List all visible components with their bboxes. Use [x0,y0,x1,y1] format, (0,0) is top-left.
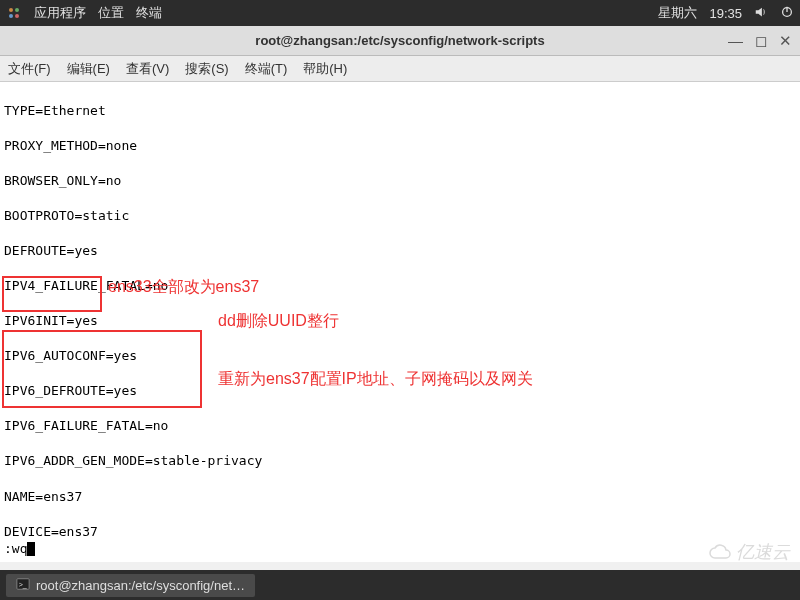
volume-icon[interactable] [754,5,768,22]
cursor-icon [27,542,35,556]
window-titlebar: root@zhangsan:/etc/sysconfig/network-scr… [0,26,800,56]
desktop-taskbar: >_ root@zhangsan:/etc/sysconfig/net… [0,570,800,600]
menu-edit[interactable]: 编辑(E) [67,60,110,78]
config-line: IPV6_ADDR_GEN_MODE=stable-privacy [4,452,796,470]
topbar-day: 星期六 [658,4,697,22]
config-line: TYPE=Ethernet [4,102,796,120]
vi-command-text: :wq [4,541,27,556]
config-line: IPV6_AUTOCONF=yes [4,347,796,365]
menu-terminal[interactable]: 终端(T) [245,60,288,78]
svg-point-3 [15,14,19,18]
window-close-button[interactable]: ✕ [779,33,792,48]
config-line: DEVICE=ens37 [4,523,796,541]
config-line: IPV6_FAILURE_FATAL=no [4,417,796,435]
terminal-viewport[interactable]: TYPE=Ethernet PROXY_METHOD=none BROWSER_… [0,82,800,562]
menu-file[interactable]: 文件(F) [8,60,51,78]
desktop-topbar: 应用程序 位置 终端 星期六 19:35 [0,0,800,26]
annotation-text-rename: ens33全部改为ens37 [108,276,259,298]
power-icon[interactable] [780,5,794,22]
window-maximize-button[interactable]: ◻ [755,33,767,48]
menu-search[interactable]: 搜索(S) [185,60,228,78]
svg-text:>_: >_ [19,580,27,588]
watermark: 亿速云 [708,540,790,564]
config-line: DEFROUTE=yes [4,242,796,260]
cloud-icon [708,544,732,560]
topbar-apps[interactable]: 应用程序 [34,4,86,22]
config-line: BOOTPROTO=static [4,207,796,225]
config-line: BROWSER_ONLY=no [4,172,796,190]
window-minimize-button[interactable]: — [728,33,743,48]
menu-help[interactable]: 帮助(H) [303,60,347,78]
topbar-time: 19:35 [709,6,742,21]
menu-view[interactable]: 查看(V) [126,60,169,78]
activities-icon[interactable] [6,5,22,21]
terminal-icon: >_ [16,577,30,594]
taskbar-item-label: root@zhangsan:/etc/sysconfig/net… [36,578,245,593]
taskbar-item-terminal[interactable]: >_ root@zhangsan:/etc/sysconfig/net… [6,574,255,597]
vi-command-line[interactable]: :wq [4,540,35,558]
config-line: IPV6INIT=yes [4,312,796,330]
topbar-places[interactable]: 位置 [98,4,124,22]
watermark-text: 亿速云 [736,540,790,564]
config-line: NAME=ens37 [4,488,796,506]
annotation-text-ipconfig: 重新为ens37配置IP地址、子网掩码以及网关 [218,368,533,390]
svg-point-0 [9,8,13,12]
window-title: root@zhangsan:/etc/sysconfig/network-scr… [255,33,544,48]
topbar-terminal[interactable]: 终端 [136,4,162,22]
config-line: ONBOOT=yes [4,558,796,562]
terminal-menubar: 文件(F) 编辑(E) 查看(V) 搜索(S) 终端(T) 帮助(H) [0,56,800,82]
annotation-text-dd: dd删除UUID整行 [218,310,339,332]
svg-point-1 [15,8,19,12]
config-line: PROXY_METHOD=none [4,137,796,155]
svg-point-2 [9,14,13,18]
